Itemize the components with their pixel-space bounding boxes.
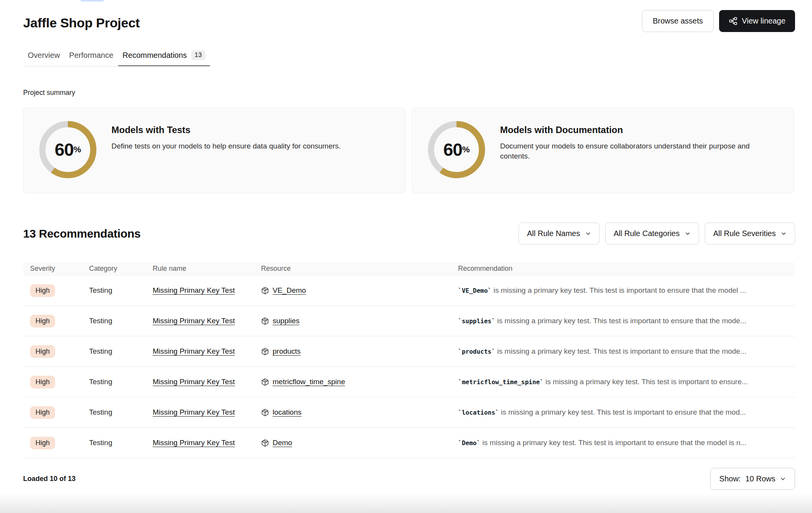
filter-rule-severities[interactable]: All Rule Severities [705,223,795,245]
rows-per-page-dropdown[interactable]: Show: 10 Rows [710,468,795,490]
recommendation-cell: `VE_Demo` is missing a primary key test.… [458,286,788,295]
tests-percent: 60 [55,139,74,160]
project-summary-label: Project summary [23,89,795,97]
docs-donut-chart: 60% [428,121,485,179]
tests-percent-sign: % [74,145,81,155]
resource-cell: locations [261,408,458,417]
severity-badge: High [30,284,55,297]
cube-icon [261,378,269,386]
recommendation-code: `Demo` [458,439,480,447]
category-cell: Testing [89,378,153,386]
filter-rule-names-label: All Rule Names [527,229,580,238]
cube-icon [261,408,269,417]
category-cell: Testing [89,347,153,356]
category-cell: Testing [89,439,153,447]
cube-icon [261,439,269,447]
table-row: High Testing Missing Primary Key Test VE… [23,275,795,306]
tab-bar: Overview Performance Recommendations 13 [23,50,210,66]
table-row: High Testing Missing Primary Key Test De… [23,428,795,458]
page-title: Jaffle Shop Project [23,10,140,30]
resource-cell: products [261,347,458,356]
rule-name-link[interactable]: Missing Primary Key Test [153,286,235,294]
tests-card-description: Define tests on your models to help ensu… [111,141,341,151]
docs-donut-value: 60% [428,121,485,179]
recommendation-code: `supplies` [458,317,495,325]
category-cell: Testing [89,408,153,417]
severity-badge: High [30,315,55,327]
tab-performance[interactable]: Performance [64,50,118,66]
column-recommendation: Recommendation [458,265,788,273]
recommendation-text: is missing a primary key test. This test… [546,378,748,386]
cube-icon [261,348,269,356]
loaded-count-text: Loaded 10 of 13 [23,475,76,483]
category-cell: Testing [89,317,153,325]
filter-bar: All Rule Names All Rule Categories All R… [519,223,795,245]
recommendations-table: Severity Category Rule name Resource Rec… [23,262,795,458]
recommendation-code: `metricflow_time_spine` [458,378,544,386]
recommendation-cell: `supplies` is missing a primary key test… [458,317,788,325]
column-resource: Resource [261,265,458,273]
table-row: High Testing Missing Primary Key Test me… [23,367,795,397]
tests-card-title: Models with Tests [111,125,341,135]
severity-badge: High [30,376,55,388]
table-row: High Testing Missing Primary Key Test su… [23,306,795,336]
rule-name-link[interactable]: Missing Primary Key Test [153,378,235,386]
resource-link[interactable]: locations [273,408,302,417]
docs-percent-sign: % [462,145,470,155]
recommendation-cell: `products` is missing a primary key test… [458,347,788,356]
resource-link[interactable]: supplies [273,317,300,325]
resource-cell: metricflow_time_spine [261,378,458,386]
tab-recommendations-label: Recommendations [123,51,187,60]
tests-donut-chart: 60% [39,121,97,179]
column-category: Category [89,265,153,273]
rule-name-link[interactable]: Missing Primary Key Test [153,317,235,325]
cube-icon [261,317,269,325]
resource-link[interactable]: VE_Demo [273,286,306,295]
summary-cards: 60% Models with Tests Define tests on yo… [23,108,795,193]
lineage-graph-icon [729,17,738,25]
recommendations-count-badge: 13 [191,50,206,60]
docs-card-title: Models with Documentation [500,125,778,135]
resource-link[interactable]: products [273,347,301,356]
tab-overview-label: Overview [28,51,60,60]
category-cell: Testing [89,286,153,295]
cube-icon [261,287,269,295]
rule-name-link[interactable]: Missing Primary Key Test [153,347,235,355]
recommendation-cell: `locations` is missing a primary key tes… [458,408,788,417]
severity-badge: High [30,345,55,358]
recommendations-header-row: 13 Recommendations All Rule Names All Ru… [23,223,795,245]
chevron-down-icon [781,231,787,236]
filter-rule-names[interactable]: All Rule Names [519,223,600,245]
filter-rule-severities-label: All Rule Severities [713,229,776,238]
table-header-row: Severity Category Rule name Resource Rec… [23,262,795,275]
recommendation-cell: `metricflow_time_spine` is missing a pri… [458,378,788,386]
browse-assets-label: Browse assets [653,17,703,25]
recommendation-text: is missing a primary key test. This test… [497,347,746,355]
recommendation-cell: `Demo` is missing a primary key test. Th… [458,439,788,447]
recommendation-code: `locations` [458,409,499,416]
resource-cell: supplies [261,317,458,325]
show-label: Show: [719,474,741,483]
severity-badge: High [30,406,55,419]
rule-name-link[interactable]: Missing Primary Key Test [153,408,235,416]
severity-badge: High [30,437,55,449]
docs-card-text: Models with Documentation Document your … [500,121,778,161]
chevron-down-icon [685,231,691,236]
models-with-tests-card: 60% Models with Tests Define tests on yo… [23,108,406,193]
table-row: High Testing Missing Primary Key Test pr… [23,336,795,367]
filter-rule-categories-label: All Rule Categories [614,229,680,238]
rule-name-link[interactable]: Missing Primary Key Test [153,439,235,447]
resource-link[interactable]: Demo [273,439,292,447]
page-header: Jaffle Shop Project Browse assets View l… [23,10,795,32]
browse-assets-button[interactable]: Browse assets [642,10,714,32]
tab-overview[interactable]: Overview [23,50,64,66]
view-lineage-button[interactable]: View lineage [719,10,795,32]
filter-rule-categories[interactable]: All Rule Categories [605,223,699,245]
recommendation-text: is missing a primary key test. This test… [497,317,746,325]
chevron-down-icon [585,231,591,236]
recommendation-text: is missing a primary key test. This test… [501,408,746,416]
resource-link[interactable]: metricflow_time_spine [273,378,345,386]
column-rule-name: Rule name [153,265,261,273]
tab-recommendations[interactable]: Recommendations 13 [118,50,210,66]
header-actions: Browse assets View lineage [642,10,795,32]
